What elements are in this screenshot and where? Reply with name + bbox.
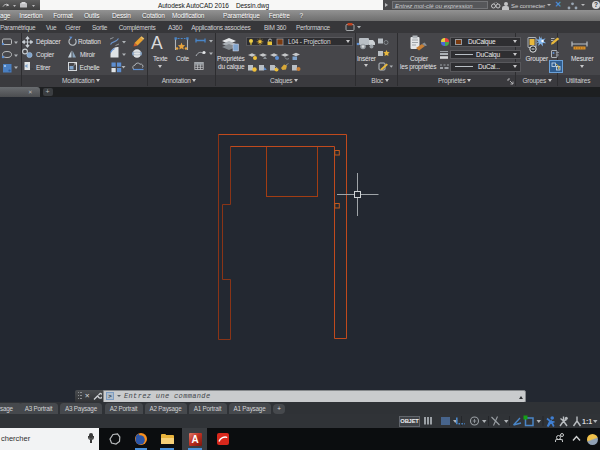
svg-text:1:1: 1:1 [582,418,592,425]
